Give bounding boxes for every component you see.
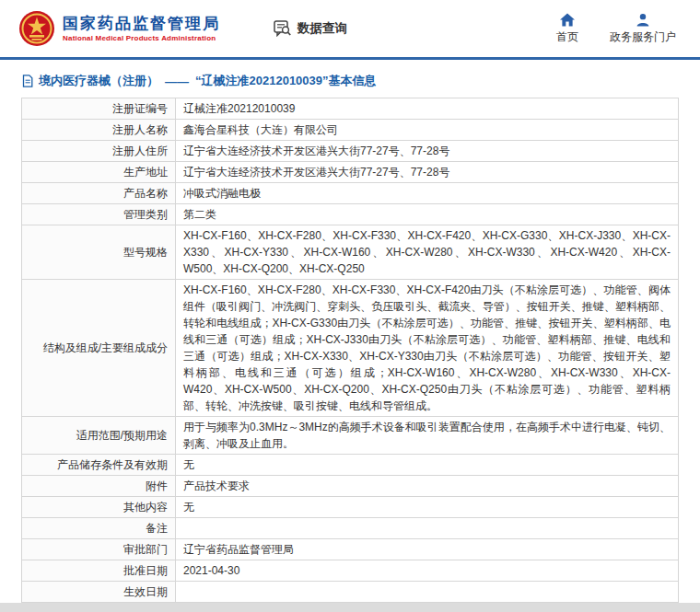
header-right-nav: 首页 政务服务门户 — [556, 13, 676, 45]
field-label: 适用范围/预期用途 — [22, 417, 176, 455]
table-row: 结构及组成/主要组成成分 XH-CX-F160、XH-CX-F280、XH-CX… — [22, 280, 679, 417]
table-row: 其他内容 无 — [22, 497, 679, 518]
field-label: 生效日期 — [22, 582, 176, 603]
table-row: 生产地址 辽宁省大连经济技术开发区港兴大街77-27号、77-28号 — [22, 162, 679, 183]
field-label: 生产地址 — [22, 162, 176, 183]
table-row: 注册人住所 辽宁省大连经济技术开发区港兴大街77-27号、77-28号 — [22, 141, 679, 162]
table-row: 备注 — [22, 518, 679, 539]
field-label: 注册证编号 — [22, 98, 176, 120]
page-title: “辽械注准20212010039”基本信息 — [195, 73, 377, 89]
field-value: 2021-04-30 — [176, 560, 679, 582]
table-row: 审批部门 辽宁省药品监督管理局 — [22, 539, 679, 560]
nav-home-label: 首页 — [556, 29, 578, 45]
table-row: 管理类别 第二类 — [22, 204, 679, 225]
field-value: 辽宁省药品监督管理局 — [176, 539, 679, 560]
table-row: 生效日期 — [22, 582, 679, 603]
field-value: 无 — [176, 497, 679, 518]
field-value: 辽宁省大连经济技术开发区港兴大街77-27号、77-28号 — [176, 141, 679, 162]
document-icon — [21, 75, 34, 87]
table-row: 型号规格 XH-CX-F160、XH-CX-F280、XH-CX-F330、XH… — [22, 225, 679, 280]
field-value — [176, 582, 679, 603]
header-divider — [0, 57, 700, 60]
breadcrumb-separator: —— — [165, 75, 189, 88]
nav-portal-label: 政务服务门户 — [610, 29, 676, 45]
field-value: 第二类 — [176, 204, 679, 225]
field-label: 型号规格 — [22, 225, 176, 280]
nav-home[interactable]: 首页 — [556, 13, 578, 45]
org-name-en: National Medical Products Administration — [63, 34, 220, 42]
home-icon — [559, 13, 576, 27]
field-label: 结构及组成/主要组成成分 — [22, 280, 176, 417]
nav-data-query-label: 数据查询 — [298, 20, 347, 37]
nmpa-logo-icon — [18, 10, 55, 47]
field-value: 辽宁省大连经济技术开发区港兴大街77-27号、77-28号 — [176, 162, 679, 183]
field-label: 产品储存条件及有效期 — [22, 455, 176, 476]
table-row: 注册证编号 辽械注准20212010039 — [22, 98, 679, 120]
field-label: 审批部门 — [22, 539, 176, 560]
data-query-icon — [274, 20, 292, 37]
user-icon — [636, 13, 650, 27]
field-label: 批准日期 — [22, 560, 176, 582]
table-row: 附件 产品技术要求 — [22, 476, 679, 497]
field-value: 用于与频率为0.3MHz～3MHz的高频手术设备和吸引装置配合使用，在高频手术中… — [176, 417, 679, 455]
table-row: 产品名称 冲吸式消融电极 — [22, 183, 679, 204]
brand-text: 国家药品监督管理局 National Medical Products Admi… — [63, 15, 220, 43]
field-value: 产品技术要求 — [176, 476, 679, 497]
breadcrumb: 境内医疗器械（注册） —— “辽械注准20212010039”基本信息 — [21, 73, 679, 89]
field-label: 其他内容 — [22, 497, 176, 518]
field-label: 产品名称 — [22, 183, 176, 204]
table-row: 注册人名称 鑫海合星科技（大连）有限公司 — [22, 120, 679, 141]
page-bottom-strip — [0, 603, 700, 612]
registration-info-table: 注册证编号 辽械注准20212010039 注册人名称 鑫海合星科技（大连）有限… — [21, 98, 679, 612]
field-value: 辽械注准20212010039 — [176, 98, 679, 120]
field-value — [176, 518, 679, 539]
table-row: 批准日期 2021-04-30 — [22, 560, 679, 582]
field-value: XH-CX-F160、XH-CX-F280、XH-CX-F330、XH-CX-F… — [176, 225, 679, 280]
nav-data-query[interactable]: 数据查询 — [274, 20, 347, 37]
field-label: 注册人名称 — [22, 120, 176, 141]
field-value: 冲吸式消融电极 — [176, 183, 679, 204]
field-value: 鑫海合星科技（大连）有限公司 — [176, 120, 679, 141]
field-label: 管理类别 — [22, 204, 176, 225]
breadcrumb-section[interactable]: 境内医疗器械（注册） — [39, 73, 158, 89]
table-row: 产品储存条件及有效期 无 — [22, 455, 679, 476]
field-label: 注册人住所 — [22, 141, 176, 162]
main-content: 境内医疗器械（注册） —— “辽械注准20212010039”基本信息 注册证编… — [0, 73, 700, 612]
table-row: 适用范围/预期用途 用于与频率为0.3MHz～3MHz的高频手术设备和吸引装置配… — [22, 417, 679, 455]
nav-portal[interactable]: 政务服务门户 — [610, 13, 676, 45]
field-label: 备注 — [22, 518, 176, 539]
org-name-cn: 国家药品监督管理局 — [63, 15, 220, 33]
site-header: 国家药品监督管理局 National Medical Products Admi… — [0, 0, 700, 57]
field-label: 附件 — [22, 476, 176, 497]
field-value: 无 — [176, 455, 679, 476]
field-value: XH-CX-F160、XH-CX-F280、XH-CX-F330、XH-CX-F… — [176, 280, 679, 417]
brand: 国家药品监督管理局 National Medical Products Admi… — [18, 10, 220, 47]
